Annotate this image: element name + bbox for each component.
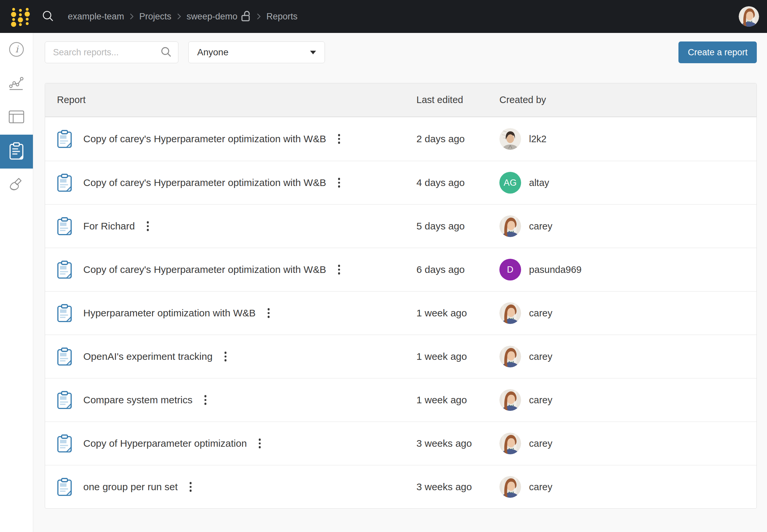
creator-name[interactable]: l2k2: [529, 134, 546, 145]
report-menu-kebab-icon[interactable]: [221, 349, 230, 364]
sidebar: i: [0, 33, 33, 532]
report-clipboard-icon: [57, 173, 72, 192]
creator-avatar[interactable]: [499, 389, 521, 411]
creator-avatar[interactable]: [499, 346, 521, 367]
creator-cell: carey: [499, 346, 756, 367]
report-search: [45, 41, 178, 63]
table-row[interactable]: Hyperparameter optimization with W&B 1 w…: [45, 291, 756, 334]
creator-avatar[interactable]: [499, 128, 521, 150]
create-report-button[interactable]: Create a report: [678, 41, 757, 63]
report-menu-kebab-icon[interactable]: [335, 131, 344, 146]
creator-name[interactable]: altay: [529, 177, 549, 188]
table-row[interactable]: For Richard 5 days ago carey: [45, 204, 756, 248]
report-title[interactable]: Hyperparameter optimization with W&B: [83, 307, 256, 319]
creator-cell: AG altay: [499, 172, 756, 194]
sidebar-item-overview[interactable]: i: [0, 33, 33, 67]
report-clipboard-icon: [57, 217, 72, 236]
creator-name[interactable]: carey: [529, 438, 552, 449]
table-row[interactable]: Compare system metrics 1 week ago carey: [45, 378, 756, 421]
report-last-edited: 5 days ago: [416, 221, 499, 232]
report-clipboard-icon: [57, 434, 72, 453]
creator-avatar[interactable]: [499, 215, 521, 237]
report-clipboard-icon: [57, 347, 72, 366]
table-row[interactable]: Copy of carey's Hyperparameter optimizat…: [45, 248, 756, 291]
creator-cell: carey: [499, 215, 756, 237]
report-title[interactable]: Copy of carey's Hyperparameter optimizat…: [83, 133, 326, 145]
creator-cell: carey: [499, 302, 756, 324]
table-row[interactable]: OpenAI's experiment tracking 1 week ago …: [45, 334, 756, 378]
report-search-input[interactable]: [45, 41, 178, 63]
user-avatar[interactable]: [739, 6, 759, 27]
report-cell: one group per run set: [45, 478, 416, 496]
sidebar-item-tables[interactable]: [0, 101, 33, 135]
table-row[interactable]: one group per run set 3 weeks ago carey: [45, 465, 756, 508]
creator-name[interactable]: pasunda969: [529, 264, 582, 275]
report-title[interactable]: Copy of carey's Hyperparameter optimizat…: [83, 177, 326, 188]
report-cell: Copy of Hyperparameter optimization: [45, 434, 416, 453]
report-title[interactable]: Copy of Hyperparameter optimization: [83, 438, 247, 449]
sidebar-item-charts[interactable]: [0, 67, 33, 101]
creator-cell: D pasunda969: [499, 259, 756, 280]
report-clipboard-icon: [57, 304, 72, 323]
wandb-logo-icon[interactable]: [9, 5, 32, 28]
creator-avatar[interactable]: [499, 476, 521, 498]
creator-name[interactable]: carey: [529, 482, 552, 492]
report-menu-kebab-icon[interactable]: [144, 219, 152, 234]
report-menu-kebab-icon[interactable]: [335, 262, 344, 277]
report-rows: Copy of carey's Hyperparameter optimizat…: [45, 117, 756, 508]
table-row[interactable]: Copy of carey's Hyperparameter optimizat…: [45, 161, 756, 204]
report-clipboard-icon: [57, 130, 72, 148]
info-icon: i: [9, 41, 24, 59]
report-menu-kebab-icon[interactable]: [264, 306, 273, 321]
creator-name[interactable]: carey: [529, 395, 552, 406]
breadcrumb-project[interactable]: sweep-demo: [187, 12, 238, 22]
report-last-edited: 3 weeks ago: [416, 481, 499, 492]
report-cell: OpenAI's experiment tracking: [45, 347, 416, 366]
creator-avatar[interactable]: [499, 433, 521, 454]
creator-name[interactable]: carey: [529, 221, 552, 232]
report-title[interactable]: one group per run set: [83, 481, 178, 492]
sidebar-item-sweeps[interactable]: [0, 169, 33, 202]
report-title[interactable]: Compare system metrics: [83, 394, 193, 406]
report-last-edited: 6 days ago: [416, 264, 499, 275]
chevron-right-icon: [130, 13, 134, 20]
report-cell: Copy of carey's Hyperparameter optimizat…: [45, 130, 416, 148]
creator-name[interactable]: carey: [529, 351, 552, 362]
search-icon[interactable]: [41, 9, 55, 24]
report-menu-kebab-icon[interactable]: [186, 479, 195, 494]
search-icon: [160, 46, 172, 60]
creator-avatar[interactable]: D: [499, 259, 521, 280]
report-title[interactable]: OpenAI's experiment tracking: [83, 351, 213, 362]
creator-avatar[interactable]: AG: [499, 172, 521, 194]
broom-icon: [9, 177, 24, 195]
creator-cell: carey: [499, 433, 756, 454]
report-menu-kebab-icon[interactable]: [335, 175, 344, 190]
table-row[interactable]: Copy of Hyperparameter optimization 3 we…: [45, 421, 756, 465]
table-row[interactable]: Copy of carey's Hyperparameter optimizat…: [45, 117, 756, 161]
breadcrumb-reports[interactable]: Reports: [266, 12, 298, 22]
report-last-edited: 1 week ago: [416, 307, 499, 319]
creator-cell: carey: [499, 389, 756, 411]
reports-toolbar: Anyone Create a report: [45, 41, 757, 63]
report-cell: Copy of carey's Hyperparameter optimizat…: [45, 260, 416, 279]
report-menu-kebab-icon[interactable]: [201, 392, 210, 408]
column-header-created-by: Created by: [499, 94, 756, 105]
report-title[interactable]: For Richard: [83, 221, 135, 232]
report-last-edited: 3 weeks ago: [416, 438, 499, 449]
creator-filter-dropdown[interactable]: Anyone: [188, 41, 325, 63]
creator-filter-value: Anyone: [197, 47, 228, 58]
report-clipboard-icon: [57, 478, 72, 496]
breadcrumb-projects[interactable]: Projects: [139, 12, 172, 22]
report-menu-kebab-icon[interactable]: [255, 436, 264, 451]
report-last-edited: 2 days ago: [416, 133, 499, 145]
report-last-edited: 1 week ago: [416, 394, 499, 406]
sidebar-item-reports[interactable]: [0, 135, 33, 169]
creator-name[interactable]: carey: [529, 308, 552, 319]
report-cell: For Richard: [45, 217, 416, 236]
report-title[interactable]: Copy of carey's Hyperparameter optimizat…: [83, 264, 326, 275]
report-last-edited: 1 week ago: [416, 351, 499, 362]
creator-avatar[interactable]: [499, 302, 521, 324]
creator-cell: carey: [499, 476, 756, 498]
breadcrumb-team[interactable]: example-team: [68, 12, 124, 22]
column-header-report: Report: [45, 94, 416, 105]
